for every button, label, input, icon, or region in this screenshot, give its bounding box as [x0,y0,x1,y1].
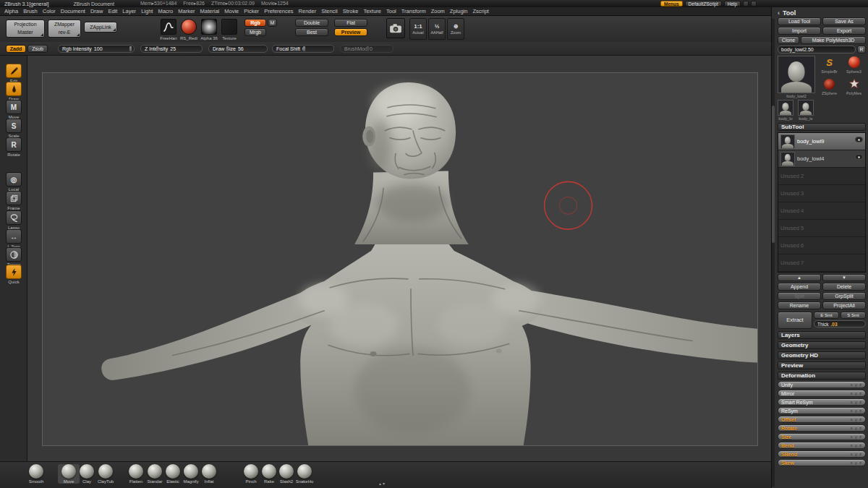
nav-down-arrow[interactable]: ▾ [383,481,385,486]
zmapper-button[interactable]: ZMapper rev-E [48,20,81,38]
rename-button[interactable]: Rename [778,301,821,309]
axis-toggles[interactable]: x y z [851,426,862,430]
focal-shift-slider[interactable]: Focal Shift 0 [272,45,334,53]
menu-transform[interactable]: Transform [401,8,426,14]
deformation-slider-mirror[interactable]: Mirror x y z [778,390,866,397]
z-intensity-slider[interactable]: Z Intensity 25 [140,45,203,53]
subtool-row[interactable]: Unused 2 [778,168,865,185]
delete-button[interactable]: Delete [822,283,866,291]
deformation-slider-sbend[interactable]: SBend x y z [778,450,866,458]
menu-preferences[interactable]: Preferences [264,8,293,14]
document-frame[interactable] [42,72,758,446]
lasso-tool[interactable]: Lasso [5,210,22,230]
make-polymesh3d-button[interactable]: Make PolyMesh3D [801,36,866,44]
tool-polymesh3d[interactable]: PolyMes [842,77,866,98]
nav-up-arrow[interactable]: ▴ [379,481,381,486]
mrgb-mode-button[interactable]: Mrgb [244,28,266,36]
deformation-slider-size[interactable]: Size x y z [778,433,866,440]
menu-picker[interactable]: Picker [244,8,259,14]
menu-macro[interactable]: Macro [158,8,173,14]
deformation-slider-unify[interactable]: Unify x y z [778,381,866,388]
draw-tool[interactable]: Draw [5,82,22,101]
ssmt-button[interactable]: S Smt [841,312,866,319]
subtool-row[interactable]: Unused 7 [778,254,865,272]
layers-section-header[interactable]: Layers [778,331,866,339]
help-button[interactable]: Help [724,1,741,7]
menu-stroke[interactable]: Stroke [343,8,359,14]
menu-color[interactable]: Color [43,8,56,14]
alpha-thumbnail[interactable] [201,19,217,35]
deformation-slider-skew[interactable]: Skew x y z [778,459,866,466]
material-sphere-icon[interactable] [181,19,197,35]
default-zscript-button[interactable]: DefaultZScript [685,1,722,7]
split-button[interactable]: Split [778,292,821,300]
export-button[interactable]: Export [822,27,866,35]
menu-layer[interactable]: Layer [122,8,136,14]
active-tool-name-slider[interactable]: body_lowl2.50 [778,46,856,53]
deformation-slider-offset[interactable]: Offset x y z [778,416,866,423]
menu-edit[interactable]: Edit [108,8,117,14]
brushmod-slider[interactable]: BrushMod 0 [340,45,393,53]
subtool-row[interactable]: Unused 3 [778,185,865,202]
projection-master-button[interactable]: Projection Master [6,20,45,38]
tool-sphere3d[interactable]: Sphere3 [842,56,866,77]
move-tool[interactable]: M Move [5,100,22,119]
stroke-icon[interactable] [161,19,176,35]
rgb-mode-button[interactable]: Rgb [244,19,266,27]
subtool-row[interactable]: body_lowl4 [778,150,865,168]
subtool-row[interactable]: Unused 4 [778,202,865,220]
slider-notch[interactable] [129,46,132,51]
menu-render[interactable]: Render [299,8,317,14]
zsub-button[interactable]: Zsub [27,45,48,53]
brush-claytubes[interactable]: ClayTub [95,464,116,484]
subtool-row[interactable]: Unused 5 [778,220,865,237]
menu-material[interactable]: Material [200,8,220,14]
axis-toggles[interactable]: x y z [851,452,862,456]
brush-snakehook[interactable]: SnakeHo [294,464,315,484]
axis-toggles[interactable]: x y z [851,443,862,448]
geometry-hd-section-header[interactable]: Geometry HD [778,351,866,359]
axis-toggles[interactable]: x y z [851,408,862,413]
draw-size-slider[interactable]: Draw Size 56 [208,45,268,53]
visibility-eye-icon[interactable] [855,154,863,160]
axis-toggles[interactable]: x y z [851,461,862,465]
thick-slider[interactable]: Thick .03 [814,320,866,328]
aahalf-button[interactable]: ½ AAHalf [428,18,446,40]
recent-tool-2[interactable]: body_le [798,100,814,121]
zoom-button[interactable]: ⊕ Zoom [447,18,464,40]
best-render-button[interactable]: Best [295,28,328,36]
menu-texture[interactable]: Texture [363,8,381,14]
load-tool-button[interactable]: Load Tool [778,17,821,25]
tool-zsphere[interactable]: ZSphere [817,77,841,98]
deformation-slider-rotate[interactable]: Rotate x y z [778,424,866,432]
brush-inflat[interactable]: Inflat [198,464,220,484]
panel-scrollbar-thumb[interactable] [772,106,775,243]
recent-tool-1[interactable]: body_lo [778,100,793,121]
texture-thumbnail[interactable] [221,19,237,35]
esmt-button[interactable]: E Smt [814,312,839,319]
menus-button[interactable]: Menus [660,1,683,7]
edit-tool[interactable]: Edit [5,64,22,83]
slider-notch[interactable] [303,46,305,51]
sculpt-3d-figure[interactable] [43,73,757,445]
axis-toggles[interactable]: x y z [851,417,862,421]
deformation-slider-bend[interactable]: Bend x y z [778,442,866,449]
axis-toggles[interactable]: x y z [851,382,862,387]
menu-stencil[interactable]: Stencil [321,8,338,14]
titlebar-mini-icon[interactable] [751,1,757,7]
quick-tool[interactable]: Quick [5,265,22,284]
rgb-intensity-slider[interactable]: Rgb Intensity 100 [58,45,135,53]
restore-button[interactable]: R [857,46,866,53]
viewport-canvas[interactable] [27,56,771,461]
zapplink-button[interactable]: ZAppLink [84,22,117,33]
menu-brush[interactable]: Brush [23,8,38,14]
menu-marker[interactable]: Marker [178,8,195,14]
transp-tool[interactable]: Transp [5,247,22,267]
flat-render-button[interactable]: Flat [334,19,367,27]
tool-palette-header[interactable]: ‹ Tool [778,8,866,17]
menu-alpha[interactable]: Alpha [4,8,18,14]
menu-zplugin[interactable]: Zplugin [450,8,468,14]
titlebar-mini-icon[interactable] [743,1,749,7]
menu-movie[interactable]: Movie [224,8,239,14]
subtool-down-button[interactable]: ▼ [822,274,866,281]
